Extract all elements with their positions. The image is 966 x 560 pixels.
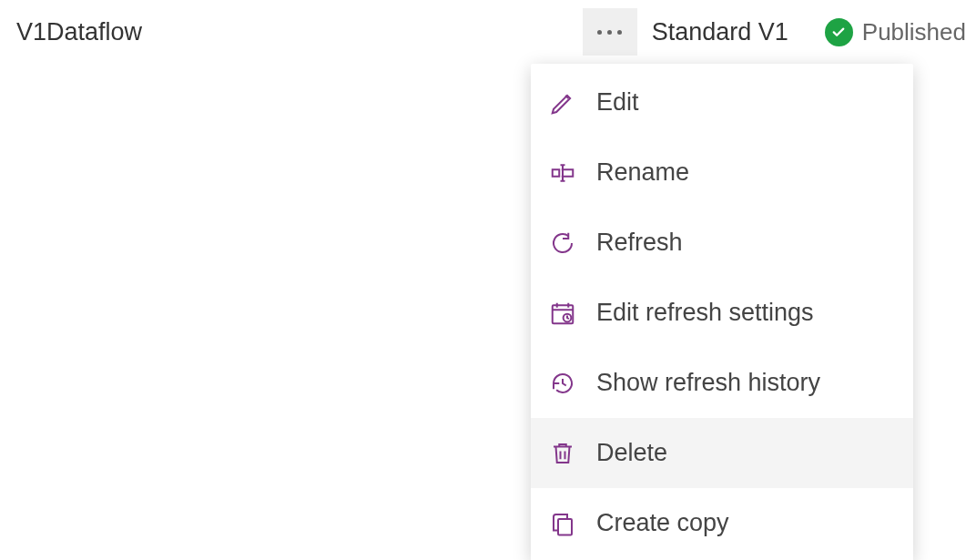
copy-icon: [547, 508, 578, 539]
delete-icon: [547, 438, 578, 469]
dataflow-row: V1Dataflow Standard V1 Published: [0, 0, 966, 64]
menu-item-label: Show refresh history: [596, 369, 820, 397]
menu-item-create-copy[interactable]: Create copy: [531, 488, 913, 558]
menu-item-label: Rename: [596, 158, 689, 187]
status-text: Published: [862, 18, 966, 46]
menu-item-refresh[interactable]: Refresh: [531, 208, 913, 278]
menu-item-label: Create copy: [596, 509, 729, 537]
menu-item-edit-refresh-settings[interactable]: Edit refresh settings: [531, 278, 913, 348]
edit-refresh-settings-icon: [547, 298, 578, 329]
refresh-icon: [547, 228, 578, 259]
menu-item-delete[interactable]: Delete: [531, 418, 913, 488]
svg-rect-2: [558, 519, 572, 535]
edit-icon: [547, 87, 578, 118]
dataflow-type: Standard V1: [652, 18, 788, 46]
rename-icon: [547, 158, 578, 188]
menu-item-label: Refresh: [596, 229, 683, 257]
menu-item-label: Edit refresh settings: [596, 299, 814, 327]
context-menu: Edit Rename Refresh Edit refresh setting…: [531, 64, 913, 560]
menu-item-label: Delete: [596, 439, 667, 467]
menu-item-show-refresh-history[interactable]: Show refresh history: [531, 348, 913, 418]
check-circle-icon: [825, 18, 853, 46]
status-badge: Published: [825, 18, 966, 46]
more-options-icon: [597, 30, 622, 35]
menu-item-rename[interactable]: Rename: [531, 137, 913, 208]
dataflow-name[interactable]: V1Dataflow: [16, 18, 142, 46]
menu-item-label: Edit: [596, 88, 639, 117]
more-options-button[interactable]: [583, 8, 637, 56]
menu-item-edit[interactable]: Edit: [531, 67, 913, 137]
refresh-history-icon: [547, 368, 578, 399]
